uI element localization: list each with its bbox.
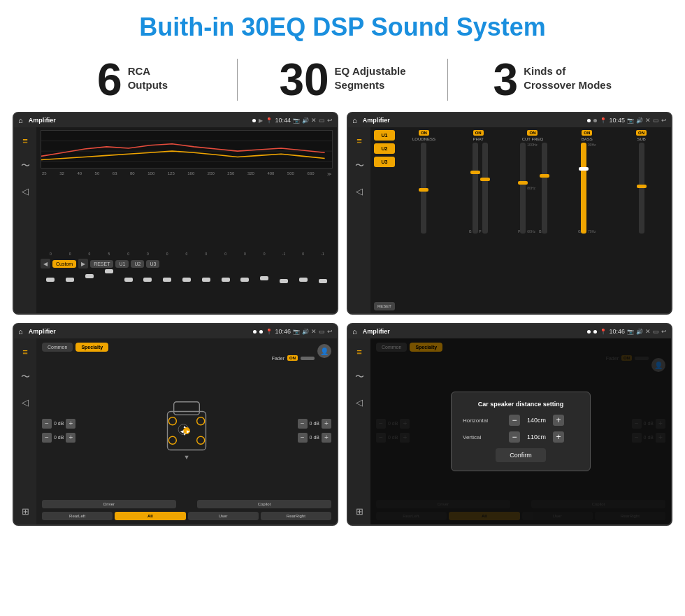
rearright-btn[interactable]: RearRight	[261, 512, 331, 520]
x-icon-2[interactable]: ✕	[645, 117, 651, 124]
specialty-tab[interactable]: Specialty	[75, 343, 108, 352]
home-icon-1[interactable]: ⌂	[18, 116, 23, 124]
slider-2[interactable]: 0	[62, 250, 79, 256]
surround-icon-4[interactable]: ⊞	[352, 503, 367, 519]
amp2-reset-btn[interactable]: RESET	[374, 302, 395, 310]
db-plus-1[interactable]: +	[66, 419, 75, 429]
speaker-icon-3[interactable]: ◁	[17, 394, 33, 410]
window-icon-1[interactable]: ▭	[319, 117, 325, 124]
amp2-top-row: ON LOUDNESS ON PHAT G	[398, 130, 668, 234]
bass-g-slider[interactable]: G 90Hz70Hz	[578, 143, 596, 234]
slider-3[interactable]: 0	[81, 250, 99, 256]
user-btn[interactable]: User	[188, 512, 259, 520]
vertical-plus[interactable]: +	[553, 431, 564, 443]
location-icon-3: 📍	[266, 329, 273, 335]
slider-12[interactable]: 0	[256, 250, 273, 256]
play-btn[interactable]: ▶	[78, 259, 88, 268]
driver-btn[interactable]: Driver	[42, 500, 176, 508]
db-minus-1[interactable]: −	[42, 419, 52, 429]
phat-f-slider[interactable]: F	[480, 143, 488, 234]
eq-icon-4[interactable]: ≡	[352, 344, 367, 359]
all-btn[interactable]: All	[115, 512, 185, 520]
horizontal-plus[interactable]: +	[553, 415, 564, 426]
fader-slider[interactable]	[301, 357, 315, 360]
wave-icon-2[interactable]: 〜	[352, 158, 367, 173]
wave-icon-3[interactable]: 〜	[17, 369, 33, 385]
screen1-content: ≡ 〜 ◁ 2	[14, 127, 337, 313]
confirm-button[interactable]: Confirm	[496, 448, 546, 462]
copilot-btn[interactable]: Copilot	[197, 500, 331, 508]
db-plus-3[interactable]: +	[322, 419, 331, 429]
slider-5[interactable]: 0	[120, 250, 137, 256]
wave-icon[interactable]: 〜	[17, 158, 33, 173]
rearleft-btn[interactable]: RearLeft	[42, 512, 113, 520]
eq-graph	[41, 130, 333, 169]
time-2: 10:45	[609, 117, 625, 124]
time-3: 10:46	[275, 328, 291, 335]
vertical-minus[interactable]: −	[509, 431, 520, 443]
forward-icon-1[interactable]: ▶	[259, 117, 263, 124]
speaker-icon[interactable]: ◁	[17, 183, 33, 199]
surround-icon-3[interactable]: ⊞	[17, 503, 33, 519]
slider-11[interactable]: 0	[236, 250, 254, 256]
slider-10[interactable]: 0	[217, 250, 234, 256]
horizontal-minus[interactable]: −	[509, 415, 520, 426]
home-icon-4[interactable]: ⌂	[352, 327, 357, 336]
cutfreq-g-slider[interactable]: G	[539, 143, 547, 234]
bullet-dot-2	[593, 119, 597, 122]
slider-8[interactable]: 0	[178, 250, 196, 256]
window-icon-2[interactable]: ▭	[653, 117, 659, 124]
slider-13[interactable]: -1	[275, 250, 293, 256]
x-icon-1[interactable]: ✕	[311, 117, 317, 124]
u1-select-btn[interactable]: U1	[374, 130, 395, 141]
u2-select-btn[interactable]: U2	[374, 143, 395, 154]
wave-icon-4[interactable]: 〜	[352, 369, 367, 385]
slider-14[interactable]: 0	[294, 250, 312, 256]
u2-btn[interactable]: U2	[131, 260, 144, 268]
db-minus-2[interactable]: −	[42, 433, 52, 443]
custom-btn[interactable]: Custom	[52, 260, 76, 268]
volume-icon-4: 🔊	[636, 329, 643, 335]
back-icon-4[interactable]: ↩	[661, 328, 667, 335]
back-icon-2[interactable]: ↩	[661, 117, 667, 124]
slider-6[interactable]: 0	[139, 250, 157, 256]
db-plus-2[interactable]: +	[66, 433, 75, 443]
prev-preset-btn[interactable]: ◀	[41, 259, 50, 268]
db-plus-4[interactable]: +	[322, 433, 331, 443]
eq-icon[interactable]: ≡	[17, 133, 33, 148]
home-icon-2[interactable]: ⌂	[352, 116, 357, 124]
slider-4[interactable]: 5	[100, 250, 117, 256]
u3-btn[interactable]: U3	[146, 260, 159, 268]
u3-select-btn[interactable]: U3	[374, 157, 395, 167]
common-tab[interactable]: Common	[42, 343, 73, 352]
slider-7[interactable]: 0	[159, 250, 176, 256]
back-icon-3[interactable]: ↩	[327, 328, 333, 335]
loudness-slider[interactable]	[421, 143, 426, 234]
eq-icon-2[interactable]: ≡	[352, 133, 367, 148]
db-minus-4[interactable]: −	[298, 433, 308, 443]
loudness-channel: ON LOUDNESS	[398, 130, 450, 234]
slider-9[interactable]: 0	[197, 250, 215, 256]
slider-15[interactable]: -1	[314, 250, 331, 256]
eq-icon-3[interactable]: ≡	[17, 344, 33, 359]
sub-slider[interactable]	[639, 143, 644, 234]
phat-g-slider[interactable]: G	[469, 143, 478, 234]
x-icon-4[interactable]: ✕	[645, 328, 651, 335]
screen4-title: Amplifier	[363, 328, 585, 335]
home-icon-3[interactable]: ⌂	[18, 327, 23, 336]
db-row-1: − 0 dB +	[42, 419, 75, 429]
window-icon-4[interactable]: ▭	[653, 328, 659, 335]
u1-btn[interactable]: U1	[115, 260, 129, 268]
window-icon-3[interactable]: ▭	[319, 328, 325, 335]
slider-1[interactable]: 0	[42, 250, 59, 256]
db-minus-3[interactable]: −	[298, 419, 308, 429]
x-icon-3[interactable]: ✕	[311, 328, 317, 335]
reset-btn[interactable]: RESET	[90, 260, 113, 268]
back-icon-1[interactable]: ↩	[327, 117, 333, 124]
speaker-icon-2[interactable]: ◁	[352, 183, 367, 199]
stats-row: 6 RCAOutputs 30 EQ AdjustableSegments 3 …	[0, 50, 685, 112]
cutfreq-f-slider[interactable]: F 100Hz80Hz60Hz	[518, 143, 538, 234]
car-diagram: ▲ ▼ ◀ ▶ ▼	[80, 392, 293, 469]
camera-icon-2: 📷	[627, 117, 634, 124]
speaker-icon-4[interactable]: ◁	[352, 394, 367, 410]
